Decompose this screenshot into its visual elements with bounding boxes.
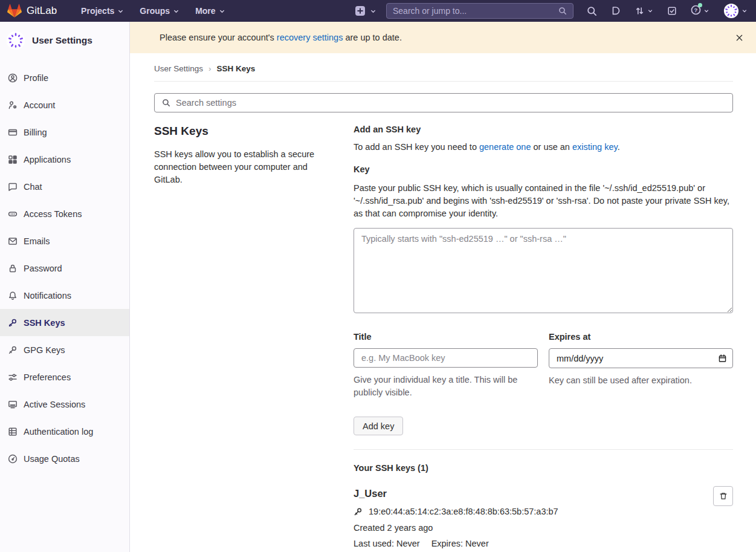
avatar [723,3,739,19]
global-search[interactable] [386,3,573,19]
expires-at-input[interactable] [549,348,733,368]
new-menu-button[interactable] [355,5,376,16]
title-input[interactable] [354,348,538,368]
sidebar-item-label: Notifications [24,291,71,300]
nav-groups[interactable]: Groups [134,4,186,18]
gauge-icon [8,454,18,464]
generate-one-link[interactable]: generate one [479,142,531,152]
sidebar-item-access-tokens[interactable]: Access Tokens [0,200,129,227]
account-icon [8,100,18,110]
key-icon [354,507,363,516]
sidebar-header[interactable]: User Settings [0,22,129,60]
form-heading: Add an SSH key [354,125,733,134]
page-description: SSH keys allow you to establish a secure… [154,148,323,186]
title-field-help: Give your individual key a title. This w… [354,374,538,399]
chevron-down-icon [117,8,124,15]
sidebar-item-label: Profile [24,73,48,83]
intro-text: To add an SSH key you need to [354,142,479,152]
log-icon [8,427,18,437]
sidebar-item-billing[interactable]: Billing [0,119,129,146]
sidebar-item-usage-quotas[interactable]: Usage Quotas [0,445,129,472]
user-menu[interactable] [723,3,748,19]
section-description: SSH Keys SSH keys allow you to establish… [154,125,323,548]
sidebar-item-emails[interactable]: Emails [0,227,129,255]
sidebar-item-label: Usage Quotas [24,454,80,464]
main-content: Please ensure your account's recovery se… [130,22,756,552]
sidebar-nav: Profile Account Billing Applications Cha… [0,64,129,472]
sidebar-item-notifications[interactable]: Notifications [0,282,129,309]
trash-icon [719,492,728,501]
navbar-icon-group: ? [587,3,748,19]
settings-search-input[interactable] [176,98,725,108]
section-divider [354,449,733,450]
merge-requests-menu[interactable] [635,6,653,16]
applications-icon [8,155,18,164]
existing-key-link[interactable]: existing key [572,142,618,152]
delete-key-button[interactable] [713,486,733,506]
banner-close-button[interactable] [731,30,747,45]
sidebar-item-profile[interactable]: Profile [0,64,129,91]
fingerprint-row: 19:e0:44:a5:14:c2:3a:e8:f8:48:8b:63:5b:5… [354,507,704,516]
ssh-key-created: Created 2 years ago [354,523,704,533]
gitlab-logo[interactable]: GitLab [7,4,57,18]
sidebar-title: User Settings [32,35,92,46]
sidebar-item-label: SSH Keys [24,318,65,328]
chevron-down-icon [219,8,225,15]
chevron-down-icon [173,8,179,15]
sliders-icon [8,372,18,382]
sidebar-item-ssh-keys[interactable]: SSH Keys [0,309,129,336]
avatar [6,31,25,50]
breadcrumb: User Settings › SSH Keys [154,53,733,82]
sidebar-item-label: Password [24,264,62,273]
billing-icon [8,128,18,137]
sidebar-item-preferences[interactable]: Preferences [0,363,129,391]
sidebar-item-label: GPG Keys [24,345,65,355]
breadcrumb-user-settings[interactable]: User Settings [154,64,203,73]
help-menu[interactable]: ? [691,5,709,17]
banner-text-before: Please ensure your account's [160,33,277,42]
search-icon[interactable] [587,6,597,16]
sidebar-item-label: Billing [24,128,47,137]
global-search-input[interactable] [393,6,558,16]
add-key-button[interactable]: Add key [354,417,403,435]
monitor-icon [8,400,18,409]
sidebar-item-chat[interactable]: Chat [0,173,129,200]
close-icon [735,34,743,42]
sidebar-item-label: Active Sessions [24,400,85,409]
token-icon [8,209,18,219]
ssh-key-expires: Expires: Never [431,539,489,548]
sidebar-item-label: Authentication log [24,427,93,437]
alert-banner: Please ensure your account's recovery se… [130,22,756,53]
nav-more-label: More [195,6,215,16]
ssh-key-usage: Last used: Never Expires: Never [354,539,704,548]
calendar-icon [718,354,727,363]
banner-text: Please ensure your account's recovery se… [160,33,402,42]
ssh-key-textarea[interactable] [354,228,733,313]
title-field-label: Title [354,332,538,342]
banner-text-after: are up to date. [343,33,402,42]
title-field-group: Title Give your individual key a title. … [354,332,538,399]
sidebar-item-password[interactable]: Password [0,255,129,282]
sidebar-item-gpg-keys[interactable]: GPG Keys [0,336,129,363]
chat-icon [8,182,18,192]
nav-more[interactable]: More [189,4,231,18]
recovery-settings-link[interactable]: recovery settings [277,33,343,42]
issues-icon[interactable] [611,6,621,16]
search-icon [558,7,567,15]
sidebar-item-account[interactable]: Account [0,91,129,119]
ssh-key-last-used: Last used: Never [354,539,420,548]
chevron-down-icon [370,8,376,15]
settings-search[interactable] [154,93,733,112]
nav-projects-label: Projects [81,6,114,16]
nav-projects[interactable]: Projects [75,4,130,18]
sidebar-item-label: Account [24,100,55,110]
sidebar-item-applications[interactable]: Applications [0,146,129,173]
sidebar-item-active-sessions[interactable]: Active Sessions [0,391,129,418]
nav-groups-label: Groups [140,6,170,16]
email-icon [8,236,18,246]
calendar-picker-button[interactable] [718,354,727,363]
breadcrumb-current: SSH Keys [217,64,256,73]
expires-field-group: Expires at Key can still be used after e… [549,332,733,399]
sidebar-item-authentication-log[interactable]: Authentication log [0,418,129,445]
todos-icon[interactable] [667,6,677,16]
